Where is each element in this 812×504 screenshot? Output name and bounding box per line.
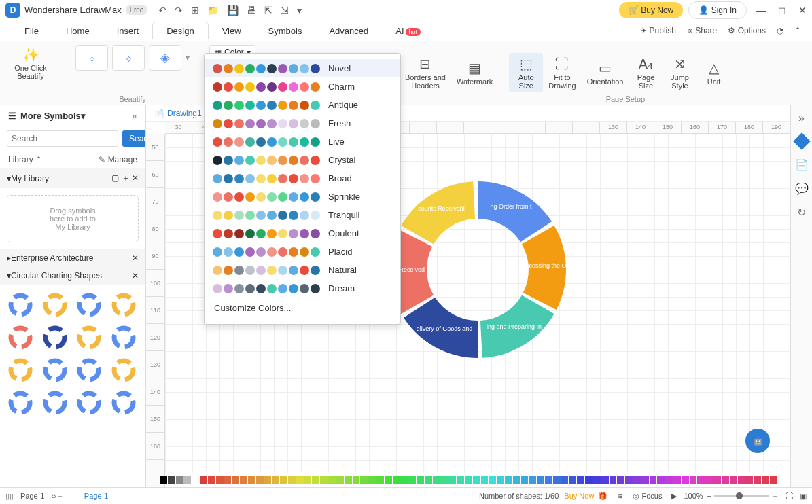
strip-color[interactable]: [393, 476, 400, 484]
tab-design[interactable]: Design: [152, 22, 208, 39]
strip-color[interactable]: [625, 476, 633, 484]
donut-segment[interactable]: [478, 181, 552, 242]
strip-color[interactable]: [168, 476, 175, 484]
strip-color[interactable]: [272, 476, 279, 484]
strip-color[interactable]: [738, 476, 745, 484]
strip-color[interactable]: [665, 476, 673, 484]
assistant-icon[interactable]: 🤖: [745, 429, 770, 453]
strip-color[interactable]: [183, 476, 191, 484]
close-section-icon[interactable]: ✕: [132, 271, 139, 281]
shape-thumb[interactable]: [110, 291, 137, 319]
redo-icon[interactable]: ↷: [175, 5, 183, 16]
strip-color[interactable]: [722, 476, 729, 484]
strip-color[interactable]: [489, 476, 496, 484]
strip-color[interactable]: [345, 476, 352, 484]
collapse-left-icon[interactable]: «: [133, 111, 137, 121]
tab-home[interactable]: Home: [52, 22, 103, 39]
more-symbols-header[interactable]: ☰ More Symbols▾«: [0, 105, 145, 126]
circular-charting-section[interactable]: ▾ Circular Charting Shapes✕: [0, 267, 145, 285]
strip-color[interactable]: [368, 476, 376, 484]
customize-colors-link[interactable]: Customize Colors...: [205, 298, 400, 319]
strip-color[interactable]: [353, 476, 360, 484]
strip-color[interactable]: [304, 476, 312, 484]
mylib-action-icons[interactable]: ▢ ＋ ✕: [111, 173, 139, 184]
palette-row-crystal[interactable]: Crystal: [205, 151, 400, 169]
beautify-preset-1[interactable]: ⬦: [75, 45, 108, 71]
strip-color[interactable]: [770, 476, 777, 484]
strip-color[interactable]: [553, 476, 561, 484]
notify-icon[interactable]: ◔: [777, 26, 783, 35]
borders-headers-button[interactable]: ⊟Borders and Headers: [400, 53, 451, 92]
strip-color[interactable]: [762, 476, 769, 484]
shape-thumb[interactable]: [41, 389, 69, 416]
strip-color[interactable]: [690, 476, 697, 484]
strip-color[interactable]: [328, 476, 336, 484]
collapse-ribbon-icon[interactable]: ⌃: [794, 26, 801, 35]
palette-row-antique[interactable]: Antique: [205, 96, 400, 114]
shape-thumb[interactable]: [7, 291, 34, 319]
tab-advanced[interactable]: Advanced: [315, 22, 382, 39]
strip-color[interactable]: [232, 476, 239, 484]
close-icon[interactable]: ✕: [798, 5, 807, 16]
search-button[interactable]: Search: [122, 130, 146, 147]
beautify-more-icon[interactable]: ▾: [186, 53, 190, 62]
palette-row-tranquil[interactable]: Tranquil: [205, 206, 400, 224]
strip-color[interactable]: [545, 476, 552, 484]
status-gift-icon[interactable]: 🎁: [598, 492, 607, 501]
strip-color[interactable]: [505, 476, 512, 484]
strip-color[interactable]: [433, 476, 440, 484]
shape-thumb[interactable]: [41, 291, 69, 319]
shape-thumb[interactable]: [7, 324, 34, 351]
strip-color[interactable]: [697, 476, 705, 484]
strip-color[interactable]: [650, 476, 657, 484]
focus-button[interactable]: ◎ Focus: [633, 492, 662, 501]
zoom-in-icon[interactable]: ＋: [771, 491, 779, 501]
shape-thumb[interactable]: [41, 324, 69, 351]
export-icon[interactable]: ⇱: [264, 5, 272, 16]
palette-row-natural[interactable]: Natural: [205, 261, 400, 279]
tab-ai[interactable]: AIhot: [382, 22, 434, 39]
more-icon[interactable]: ▾: [297, 5, 302, 16]
minimize-icon[interactable]: —: [756, 5, 766, 16]
share-link[interactable]: ∝ Share: [687, 26, 717, 35]
enterprise-arch-section[interactable]: ▸ Enterprise Architecture✕: [0, 249, 145, 267]
strip-color[interactable]: [657, 476, 665, 484]
strip-color[interactable]: [457, 476, 464, 484]
new-icon[interactable]: ⊞: [191, 5, 199, 16]
strip-color[interactable]: [176, 476, 183, 484]
strip-color[interactable]: [425, 476, 432, 484]
strip-color[interactable]: [160, 476, 167, 484]
strip-color[interactable]: [593, 476, 601, 484]
tab-view[interactable]: View: [209, 22, 255, 39]
donut-chart[interactable]: ng Order from tProcessing the Ordeing an…: [376, 168, 580, 372]
chat-icon[interactable]: 💬: [795, 182, 809, 195]
status-buynow-link[interactable]: Buy Now: [564, 492, 594, 500]
strip-color[interactable]: [682, 476, 689, 484]
zoom-out-icon[interactable]: −: [707, 492, 711, 500]
strip-color[interactable]: [336, 476, 344, 484]
strip-color[interactable]: [465, 476, 472, 484]
strip-color[interactable]: [610, 476, 617, 484]
import-icon[interactable]: ⇲: [281, 5, 289, 16]
palette-row-opulent[interactable]: Opulent: [205, 224, 400, 242]
strip-color[interactable]: [400, 476, 408, 484]
strip-color[interactable]: [601, 476, 609, 484]
page-tab-active[interactable]: Page-1: [77, 490, 115, 502]
strip-color[interactable]: [440, 476, 448, 484]
auto-size-button[interactable]: ⬚Auto Size: [509, 53, 543, 92]
search-input[interactable]: [7, 130, 118, 147]
options-link[interactable]: ⚙ Options: [728, 26, 766, 35]
palette-row-live[interactable]: Live: [205, 132, 400, 151]
shape-thumb[interactable]: [110, 324, 137, 351]
palette-row-placid[interactable]: Placid: [205, 242, 400, 261]
manage-link[interactable]: ✎ Manage: [99, 155, 137, 164]
strip-color[interactable]: [408, 476, 416, 484]
strip-color[interactable]: [745, 476, 753, 484]
expand-right-icon[interactable]: »: [798, 112, 805, 124]
strip-color[interactable]: [641, 476, 649, 484]
palette-row-sprinkle[interactable]: Sprinkle: [205, 187, 400, 206]
strip-color[interactable]: [312, 476, 319, 484]
strip-color[interactable]: [320, 476, 328, 484]
strip-color[interactable]: [240, 476, 247, 484]
strip-color[interactable]: [208, 476, 215, 484]
